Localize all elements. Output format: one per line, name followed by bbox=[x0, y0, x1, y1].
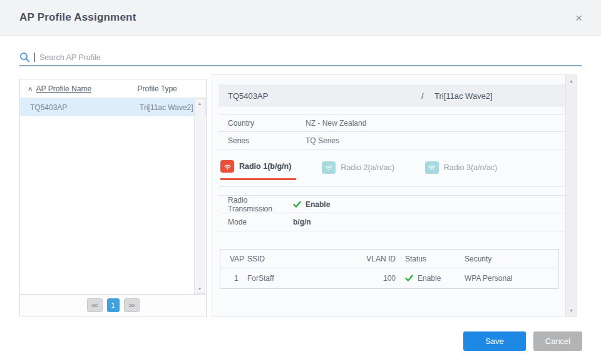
scroll-up-icon[interactable]: ▲ bbox=[198, 101, 202, 106]
table-row[interactable]: TQ5403AP Tri[11ac Wave2] bbox=[20, 98, 206, 116]
tab-radio-1[interactable]: Radio 1(b/g/n) bbox=[220, 156, 296, 180]
pagination-page-1-button[interactable]: 1 bbox=[107, 298, 120, 312]
wifi-icon bbox=[322, 161, 336, 174]
security-cell: WPA Personal bbox=[465, 274, 558, 283]
close-icon[interactable]: × bbox=[575, 12, 582, 24]
tab-radio-2-label: Radio 2(a/n/ac) bbox=[341, 163, 394, 172]
scroll-down-icon[interactable]: ▼ bbox=[198, 286, 202, 291]
status-badge: Enable bbox=[418, 274, 441, 283]
dialog-header: AP Profile Assignment × bbox=[0, 0, 601, 36]
profile-detail-content: TQ5403AP / Tri[11ac Wave2] Country NZ - … bbox=[218, 75, 565, 316]
save-button[interactable]: Save bbox=[463, 331, 526, 351]
detail-profile-name: TQ5403AP bbox=[218, 91, 268, 101]
country-value: NZ - New Zealand bbox=[306, 119, 366, 128]
profile-detail-panel: TQ5403AP / Tri[11ac Wave2] Country NZ - … bbox=[212, 74, 577, 317]
tab-radio-3-label: Radio 3(a/n/ac) bbox=[444, 163, 497, 172]
status-cell: Enable bbox=[396, 274, 465, 283]
scroll-up-icon[interactable]: ▲ bbox=[569, 79, 573, 83]
check-icon bbox=[293, 201, 301, 208]
radio-transmission-label: Radio Transmission bbox=[228, 196, 293, 213]
column-header-ap-profile-name[interactable]: AP Profile Name bbox=[36, 84, 138, 93]
series-row: Series TQ Series bbox=[218, 132, 565, 149]
vap-table-header: VAP SSID VLAN ID Status Security bbox=[220, 250, 558, 268]
sort-ascending-icon[interactable]: ∧ bbox=[28, 86, 33, 92]
detail-scrollbar[interactable]: ▲ ▼ bbox=[565, 75, 577, 316]
column-header-ssid: SSID bbox=[247, 255, 347, 263]
pagination-prev-button[interactable]: << bbox=[87, 298, 103, 312]
column-header-vlan-id: VLAN ID bbox=[347, 255, 396, 263]
detail-profile-type: Tri[11ac Wave2] bbox=[434, 91, 493, 101]
tab-radio-1-label: Radio 1(b/g/n) bbox=[239, 162, 291, 171]
mode-label: Mode bbox=[228, 218, 293, 226]
profile-list-body: TQ5403AP Tri[11ac Wave2] ▲ ▼ bbox=[20, 98, 206, 294]
wifi-icon bbox=[425, 161, 439, 174]
vap-cell: 1 bbox=[220, 274, 247, 283]
status-badge: Enable bbox=[306, 200, 330, 209]
vap-table: VAP SSID VLAN ID Status Security 1 ForSt… bbox=[220, 249, 559, 289]
radio-transmission-row: Radio Transmission Enable bbox=[218, 195, 565, 213]
profile-list-panel: ∧ AP Profile Name Profile Type TQ5403AP … bbox=[19, 79, 207, 316]
series-label: Series bbox=[228, 136, 306, 145]
wifi-icon bbox=[220, 160, 234, 173]
vlan-id-cell: 100 bbox=[347, 274, 396, 283]
mode-value: b/g/n bbox=[293, 218, 311, 226]
profile-list-scrollbar[interactable]: ▲ ▼ bbox=[194, 98, 205, 294]
detail-info-rows: Country NZ - New Zealand Series TQ Serie… bbox=[218, 114, 565, 149]
profile-list-header: ∧ AP Profile Name Profile Type bbox=[20, 79, 206, 98]
radio-tabs: Radio 1(b/g/n) Radio 2(a/n/ac) bbox=[218, 156, 565, 187]
detail-separator: / bbox=[421, 91, 424, 101]
pagination: << 1 >> bbox=[20, 294, 206, 316]
radio-transmission-value: Enable bbox=[293, 200, 330, 209]
profile-name-cell: TQ5403AP bbox=[30, 103, 140, 112]
tab-radio-2[interactable]: Radio 2(a/n/ac) bbox=[322, 156, 399, 180]
search-bar bbox=[19, 49, 582, 66]
country-row: Country NZ - New Zealand bbox=[218, 114, 565, 132]
column-header-status: Status bbox=[396, 255, 465, 263]
search-icon bbox=[19, 52, 30, 63]
check-icon bbox=[405, 275, 413, 282]
ap-profile-assignment-dialog: AP Profile Assignment × ∧ AP Profile Nam… bbox=[0, 0, 601, 364]
series-value: TQ Series bbox=[306, 136, 339, 145]
search-input[interactable] bbox=[39, 53, 582, 62]
mode-row: Mode b/g/n bbox=[218, 213, 565, 231]
scroll-down-icon[interactable]: ▼ bbox=[569, 308, 573, 313]
country-label: Country bbox=[228, 119, 306, 128]
column-header-security: Security bbox=[465, 255, 558, 263]
radio-settings-rows: Radio Transmission Enable Mode b/g/n bbox=[218, 195, 565, 231]
text-cursor bbox=[34, 53, 35, 62]
column-header-vap: VAP bbox=[220, 255, 247, 263]
cancel-button[interactable]: Cancel bbox=[533, 331, 582, 351]
table-row: 1 ForStaff 100 Enable WPA Personal bbox=[220, 268, 558, 288]
tab-radio-3[interactable]: Radio 3(a/n/ac) bbox=[425, 156, 502, 180]
pagination-next-button[interactable]: >> bbox=[124, 298, 140, 312]
ssid-cell: ForStaff bbox=[247, 274, 347, 283]
page-title: AP Profile Assignment bbox=[19, 11, 136, 24]
profile-type-cell: Tri[11ac Wave2] bbox=[140, 103, 193, 112]
column-header-profile-type: Profile Type bbox=[138, 84, 177, 93]
detail-header-bar: TQ5403AP / Tri[11ac Wave2] bbox=[218, 84, 565, 107]
